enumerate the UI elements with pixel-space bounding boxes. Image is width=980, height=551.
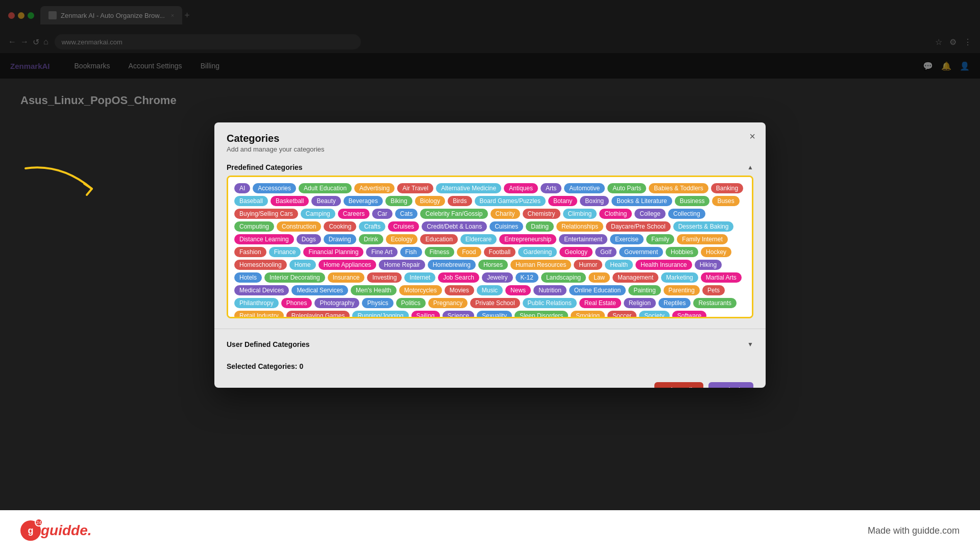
- category-tag[interactable]: Chemistry: [523, 209, 560, 219]
- category-tag[interactable]: Investing: [367, 272, 402, 283]
- category-tag[interactable]: AI: [234, 183, 250, 193]
- category-tag[interactable]: Homeschooling: [234, 260, 287, 270]
- category-tag[interactable]: Desserts & Baking: [673, 221, 734, 232]
- category-tag[interactable]: Books & Literature: [611, 196, 672, 206]
- category-tag[interactable]: Automotive: [564, 183, 605, 193]
- category-tag[interactable]: Crafts: [359, 221, 385, 232]
- category-tag[interactable]: Reptiles: [658, 298, 691, 308]
- category-tag[interactable]: Internet: [404, 272, 435, 283]
- category-tag[interactable]: Exercise: [610, 234, 644, 244]
- category-tag[interactable]: Education: [420, 234, 457, 244]
- category-tag[interactable]: Sailing: [411, 311, 440, 318]
- category-tag[interactable]: Fashion: [234, 247, 266, 257]
- category-tag[interactable]: Botany: [548, 196, 577, 206]
- category-tag[interactable]: Fine Art: [366, 247, 397, 257]
- category-tag[interactable]: Health: [605, 260, 633, 270]
- category-tag[interactable]: Alternative Medicine: [436, 183, 501, 193]
- category-tag[interactable]: Careers: [338, 209, 370, 219]
- category-tag[interactable]: Dating: [526, 221, 554, 232]
- category-tag[interactable]: Hotels: [234, 272, 262, 283]
- category-tag[interactable]: Landscaping: [541, 272, 586, 283]
- category-tag[interactable]: Physics: [362, 298, 393, 308]
- category-tag[interactable]: Golf: [595, 247, 617, 257]
- category-tag[interactable]: Human Resources: [510, 260, 571, 270]
- category-tag[interactable]: Running/Jogging: [352, 311, 408, 318]
- category-tag[interactable]: Government: [619, 247, 663, 257]
- category-tag[interactable]: Martial Arts: [701, 272, 742, 283]
- category-tag[interactable]: Daycare/Pre School: [606, 221, 671, 232]
- category-tag[interactable]: Buses: [712, 196, 739, 206]
- category-tag[interactable]: Painting: [628, 285, 660, 295]
- category-tag[interactable]: Ecology: [386, 234, 418, 244]
- user-defined-section-header[interactable]: User Defined Categories ▼: [227, 334, 753, 353]
- category-tag[interactable]: Public Relations: [523, 298, 577, 308]
- category-tag[interactable]: Medical Services: [291, 285, 348, 295]
- category-tag[interactable]: Business: [675, 196, 710, 206]
- category-tag[interactable]: Fitness: [425, 247, 455, 257]
- category-tag[interactable]: Gardening: [518, 247, 557, 257]
- category-tag[interactable]: Home Repair: [379, 260, 425, 270]
- category-tag[interactable]: Cuisines: [489, 221, 523, 232]
- category-tag[interactable]: Job Search: [438, 272, 479, 283]
- category-tag[interactable]: Babies & Toddlers: [649, 183, 708, 193]
- category-tag[interactable]: Celebrity Fan/Gossip: [420, 209, 487, 219]
- category-tag[interactable]: Motorcycles: [399, 285, 442, 295]
- category-tag[interactable]: Distance Learning: [234, 234, 294, 244]
- category-tag[interactable]: Horses: [478, 260, 508, 270]
- category-tag[interactable]: Nutrition: [533, 285, 567, 295]
- category-tag[interactable]: Politics: [396, 298, 426, 308]
- category-tag[interactable]: Finance: [269, 247, 301, 257]
- category-tag[interactable]: Hockey: [701, 247, 731, 257]
- category-tag[interactable]: Beauty: [311, 196, 340, 206]
- category-tag[interactable]: Camping: [301, 209, 335, 219]
- category-tag[interactable]: Hobbies: [666, 247, 698, 257]
- category-tag[interactable]: Arts: [541, 183, 561, 193]
- category-tag[interactable]: Car: [372, 209, 392, 219]
- category-tag[interactable]: Computing: [234, 221, 274, 232]
- category-tag[interactable]: College: [634, 209, 666, 219]
- category-tag[interactable]: Banking: [711, 183, 743, 193]
- category-tag[interactable]: Home Appliances: [318, 260, 376, 270]
- category-tag[interactable]: Cruises: [388, 221, 419, 232]
- category-tag[interactable]: Private School: [470, 298, 520, 308]
- category-tag[interactable]: Online Education: [569, 285, 626, 295]
- category-tag[interactable]: Religion: [624, 298, 656, 308]
- category-tag[interactable]: Beverages: [344, 196, 383, 206]
- category-tag[interactable]: Biking: [385, 196, 412, 206]
- category-tag[interactable]: Geology: [559, 247, 593, 257]
- category-tag[interactable]: Relationships: [556, 221, 603, 232]
- modal-close-button[interactable]: ×: [749, 131, 755, 142]
- category-tag[interactable]: Men's Health: [351, 285, 397, 295]
- category-tag[interactable]: Retail Industry: [234, 311, 284, 318]
- category-tag[interactable]: Family Internet: [677, 234, 727, 244]
- category-tag[interactable]: Eldercare: [460, 234, 497, 244]
- category-tag[interactable]: Drink: [359, 234, 383, 244]
- category-tag[interactable]: Dogs: [297, 234, 321, 244]
- category-tag[interactable]: Marketing: [661, 272, 698, 283]
- category-tag[interactable]: Homebrewing: [428, 260, 476, 270]
- category-tag[interactable]: Humor: [574, 260, 602, 270]
- category-tag[interactable]: Cooking: [324, 221, 356, 232]
- category-tag[interactable]: Collecting: [668, 209, 705, 219]
- category-tag[interactable]: Management: [612, 272, 658, 283]
- category-tag[interactable]: Air Travel: [397, 183, 433, 193]
- category-tag[interactable]: Auto Parts: [607, 183, 646, 193]
- category-tag[interactable]: Financial Planning: [303, 247, 363, 257]
- category-tag[interactable]: Software: [672, 311, 706, 318]
- category-tag[interactable]: Football: [484, 247, 516, 257]
- category-tag[interactable]: Medical Devices: [234, 285, 289, 295]
- category-tag[interactable]: Entertainment: [559, 234, 607, 244]
- category-tag[interactable]: Parenting: [664, 285, 700, 295]
- category-tag[interactable]: Family: [646, 234, 674, 244]
- category-tag[interactable]: Buying/Selling Cars: [234, 209, 298, 219]
- category-tag[interactable]: Biology: [415, 196, 445, 206]
- submit-button[interactable]: Submit: [708, 382, 753, 388]
- category-tag[interactable]: Insurance: [328, 272, 365, 283]
- category-tag[interactable]: Roleplaying Games: [286, 311, 350, 318]
- category-tag[interactable]: News: [505, 285, 531, 295]
- category-tag[interactable]: Boxing: [580, 196, 609, 206]
- category-tag[interactable]: Law: [589, 272, 610, 283]
- category-tag[interactable]: Health Insurance: [635, 260, 692, 270]
- category-tag[interactable]: Birds: [448, 196, 472, 206]
- category-tag[interactable]: Hiking: [695, 260, 722, 270]
